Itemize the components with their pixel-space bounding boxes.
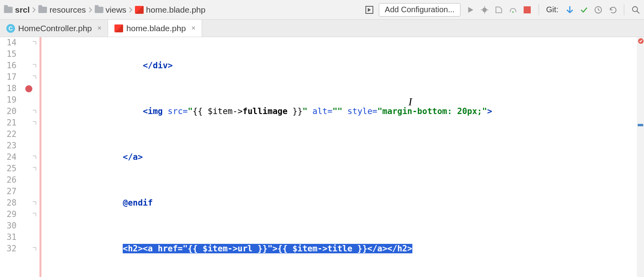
blade-file-icon xyxy=(114,24,123,32)
fold-icon[interactable] xyxy=(32,75,37,80)
text-caret-icon: I xyxy=(408,96,412,107)
error-stripe-gutter[interactable] xyxy=(637,37,644,277)
line-number: 32 xyxy=(0,243,17,255)
run-target-icon[interactable] xyxy=(365,6,373,14)
fold-icon[interactable] xyxy=(32,246,37,252)
chevron-right-icon xyxy=(88,7,92,13)
code-line[interactable]: </div> xyxy=(41,60,644,71)
svg-point-7 xyxy=(633,6,638,11)
git-commit-icon[interactable] xyxy=(580,6,588,14)
toolbar: Add Configuration... Git: xyxy=(365,3,640,17)
breadcrumb: srcl resources views home.blade.php xyxy=(4,5,365,15)
stop-icon[interactable] xyxy=(523,6,532,14)
fold-icon[interactable] xyxy=(32,200,37,206)
marker-gutter xyxy=(20,37,39,277)
close-icon[interactable]: × xyxy=(191,24,196,32)
line-number: 24 xyxy=(0,152,17,163)
tab-home-blade[interactable]: home.blade.php × xyxy=(108,20,202,37)
fold-icon[interactable] xyxy=(32,212,37,217)
marker-stripe[interactable] xyxy=(638,124,643,126)
code-line[interactable]: <img src="{{ $item->fullimage }}" alt=""… xyxy=(41,106,644,117)
code-line-selected[interactable]: <h2><a href="{{ $item->url }}">{{ $item-… xyxy=(41,243,644,255)
folder-icon xyxy=(38,7,47,13)
line-number: 19 xyxy=(0,94,17,106)
fold-icon[interactable] xyxy=(32,109,37,114)
code-area[interactable]: </div> <img src="{{ $item->fullimage }}"… xyxy=(41,37,644,277)
line-number: 31 xyxy=(0,232,17,243)
git-label: Git: xyxy=(546,5,558,14)
fold-icon[interactable] xyxy=(32,120,37,126)
blade-file-icon xyxy=(135,6,144,14)
code-line[interactable]: </a> xyxy=(41,152,644,163)
line-number: 18 xyxy=(0,83,17,94)
line-number: 22 xyxy=(0,129,17,140)
editor-tabs: C HomeController.php × home.blade.php × xyxy=(0,20,644,37)
svg-point-5 xyxy=(512,11,514,13)
line-number: 23 xyxy=(0,140,17,152)
breadcrumb-item-file[interactable]: home.blade.php xyxy=(135,5,206,15)
line-number: 29 xyxy=(0,209,17,220)
fold-icon[interactable] xyxy=(32,63,37,69)
git-update-icon[interactable] xyxy=(565,6,574,14)
toolbar-divider xyxy=(624,4,624,15)
fold-icon[interactable] xyxy=(32,166,37,172)
line-number: 28 xyxy=(0,197,17,209)
line-number: 21 xyxy=(0,117,17,129)
line-number: 25 xyxy=(0,163,17,174)
rollback-icon[interactable] xyxy=(608,6,617,14)
toolbar-divider xyxy=(539,4,539,15)
line-number: 17 xyxy=(0,71,17,83)
inspection-warning-icon[interactable] xyxy=(638,38,644,46)
line-number-gutter: 14151617181920212223242526272829303132 xyxy=(0,37,20,277)
breadcrumb-item-views[interactable]: views xyxy=(95,5,127,15)
history-icon[interactable] xyxy=(594,6,603,14)
line-number: 15 xyxy=(0,49,17,60)
debug-icon[interactable] xyxy=(480,6,489,14)
run-icon[interactable] xyxy=(466,6,475,14)
line-number: 27 xyxy=(0,186,17,197)
fold-icon[interactable] xyxy=(32,155,37,160)
close-icon[interactable]: × xyxy=(97,24,102,32)
chevron-right-icon xyxy=(32,7,36,13)
run-configuration-select[interactable]: Add Configuration... xyxy=(379,3,461,17)
line-number: 20 xyxy=(0,106,17,117)
line-number: 26 xyxy=(0,174,17,186)
folder-icon xyxy=(4,7,13,13)
navigation-bar: srcl resources views home.blade.php Add … xyxy=(0,0,644,20)
line-number: 30 xyxy=(0,220,17,232)
svg-line-8 xyxy=(637,11,639,13)
coverage-icon[interactable] xyxy=(494,6,503,14)
profiler-icon[interactable] xyxy=(509,6,517,14)
svg-point-0 xyxy=(482,7,487,12)
class-file-icon: C xyxy=(6,24,15,33)
tab-homecontroller[interactable]: C HomeController.php × xyxy=(0,20,108,37)
line-number: 14 xyxy=(0,37,17,49)
breakpoint-icon[interactable] xyxy=(25,85,32,92)
folder-icon xyxy=(95,7,103,13)
code-line[interactable]: @endif xyxy=(41,197,644,209)
breadcrumb-item-resources[interactable]: resources xyxy=(38,5,86,15)
line-number: 16 xyxy=(0,60,17,71)
code-editor[interactable]: 14151617181920212223242526272829303132 <… xyxy=(0,37,644,277)
fold-icon[interactable] xyxy=(32,40,37,46)
chevron-right-icon xyxy=(129,7,133,13)
breadcrumb-item-srcl[interactable]: srcl xyxy=(4,5,30,15)
search-icon[interactable] xyxy=(631,6,640,14)
